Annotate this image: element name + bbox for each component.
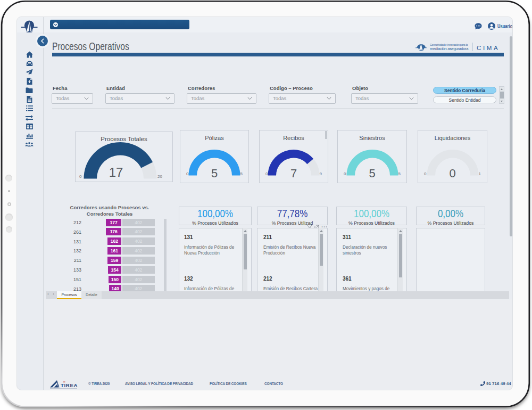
svg-text:TIREA: TIREA	[61, 382, 78, 388]
